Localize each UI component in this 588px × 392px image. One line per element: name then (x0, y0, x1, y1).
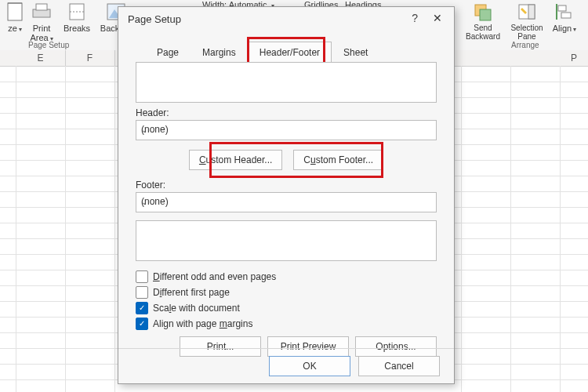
size-label: ze (8, 24, 17, 33)
svg-rect-2 (36, 4, 47, 10)
dialog-footer: OK Cancel (118, 348, 454, 383)
checkbox-align[interactable] (136, 318, 148, 330)
custom-header-button[interactable]: Custom Header... (189, 150, 282, 170)
svg-rect-12 (561, 13, 571, 18)
checkbox-scale[interactable] (136, 302, 148, 314)
print-area-icon (31, 2, 53, 22)
send-backward-icon (472, 2, 494, 22)
ok-button[interactable]: OK (269, 356, 350, 376)
custom-buttons-row: Custom Header... Custom Footer... (136, 150, 437, 170)
breaks-label: Breaks (64, 24, 90, 33)
send-backward-button[interactable]: Send Backward (463, 2, 503, 41)
chk-scale-row[interactable]: Scale with document (136, 302, 437, 314)
custom-footer-button[interactable]: Custom Footer... (293, 150, 383, 170)
close-button[interactable]: ✕ (427, 10, 448, 26)
svg-rect-11 (558, 5, 566, 11)
header-label: Header: (136, 107, 437, 118)
header-combo[interactable]: (none) ⌄ (136, 120, 437, 140)
tab-sheet[interactable]: Sheet (332, 42, 379, 64)
align-label: Align (553, 24, 572, 33)
svg-rect-8 (480, 9, 491, 20)
size-icon (4, 2, 26, 22)
col-header-F[interactable]: F (65, 50, 115, 66)
align-button[interactable]: Align▾ (549, 2, 580, 33)
cancel-button[interactable]: Cancel (358, 356, 440, 376)
selection-pane-label: Selection Pane (506, 24, 547, 41)
chk-align-row[interactable]: Align with page margins (136, 318, 437, 330)
footer-preview (136, 220, 437, 261)
chk-diff-odd-even-row[interactable]: Different odd and even pages (136, 270, 437, 283)
tab-page[interactable]: Page (145, 42, 191, 64)
col-header-E[interactable]: E (16, 50, 66, 66)
app-stage: ze▾ Print Area▾ Breaks Backgro Page Setu… (0, 0, 588, 392)
send-backward-label: Send Backward (463, 24, 503, 41)
selection-pane-icon (516, 2, 538, 22)
page-setup-dialog: Page Setup ? ✕ Page Margins Header/Foote… (118, 6, 455, 384)
footer-combo[interactable]: (none) ⌄ (136, 192, 437, 212)
print-area-button[interactable]: Print Area▾ (24, 2, 60, 42)
help-button[interactable]: ? (412, 12, 418, 24)
dialog-title: Page Setup (128, 13, 181, 25)
page-setup-group-label: Page Setup (28, 41, 69, 49)
selection-pane-button[interactable]: Selection Pane (506, 2, 547, 41)
tab-header-footer[interactable]: Header/Footer (248, 42, 332, 64)
header-preview (136, 62, 437, 103)
chevron-down-icon: ⌄ (141, 198, 433, 206)
chk-diff-first-row[interactable]: Different first page (136, 286, 437, 299)
checkbox-diff-first[interactable] (136, 286, 148, 299)
arrange-group-label: Arrange (511, 41, 539, 49)
dialog-panel: Header: (none) ⌄ Custom Header... Custom… (136, 62, 437, 341)
align-icon (554, 2, 575, 22)
col-header-P[interactable]: P (560, 50, 588, 66)
checkbox-diff-odd-even[interactable] (136, 270, 148, 283)
svg-rect-0 (8, 3, 22, 20)
breaks-icon (66, 2, 88, 22)
breaks-button[interactable]: Breaks (61, 2, 93, 33)
chevron-down-icon: ⌄ (141, 125, 433, 134)
svg-rect-10 (528, 5, 535, 19)
tab-margins[interactable]: Margins (191, 42, 248, 64)
print-area-label: Print Area (30, 24, 50, 42)
dialog-tabs: Page Margins Header/Footer Sheet (145, 42, 379, 64)
footer-label: Footer: (136, 180, 437, 191)
